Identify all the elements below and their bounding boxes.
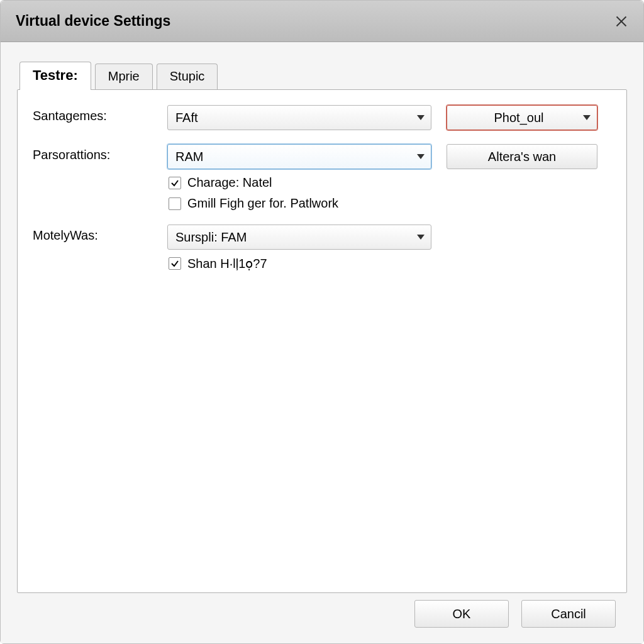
- combo-value: FAft: [175, 111, 198, 125]
- ok-button[interactable]: OK: [414, 600, 509, 628]
- tabstrip: Testre: Mprie Stupic: [19, 61, 627, 89]
- row-parsorattions: Parsorattions: RAM Charage: Natel Gmill …: [33, 144, 611, 211]
- combo-value: RAM: [175, 150, 203, 164]
- button-label: OK: [453, 607, 471, 621]
- dialog-window: Virtual device Settings Testre: Mprie St…: [0, 0, 644, 644]
- check-label: Shan H·lļ1ọ?7: [187, 256, 267, 271]
- parsorattions-combo[interactable]: RAM: [167, 144, 431, 169]
- alteras-button[interactable]: Altera's wan: [447, 144, 597, 169]
- tab-panel: Santagemes: FAft Phot_oul Parsorattions:…: [17, 89, 627, 593]
- checkbox-icon: [169, 257, 181, 270]
- close-icon: [615, 15, 628, 28]
- tab-label: Mprie: [108, 69, 140, 83]
- cancel-button[interactable]: Cancil: [521, 600, 616, 628]
- tab-testre[interactable]: Testre:: [19, 62, 91, 90]
- svg-marker-3: [583, 115, 591, 120]
- check-label: Gmill Figh ger for. Patlwork: [187, 196, 338, 211]
- tab-label: Stupic: [170, 69, 205, 83]
- check-charage[interactable]: Charage: Natel: [167, 175, 431, 190]
- button-label: Altera's wan: [488, 150, 556, 164]
- tab-mprie[interactable]: Mprie: [95, 64, 153, 90]
- motelywas-label: MotelyWas:: [33, 225, 152, 243]
- svg-marker-2: [417, 115, 425, 120]
- motelywas-combo[interactable]: Surspli: FAM: [167, 225, 431, 250]
- tab-stupic[interactable]: Stupic: [157, 64, 218, 90]
- santagemes-combo[interactable]: FAft: [167, 105, 431, 130]
- chevron-down-icon: [583, 115, 591, 120]
- chevron-down-icon: [417, 115, 425, 120]
- check-label: Charage: Natel: [187, 175, 272, 190]
- photoul-combo[interactable]: Phot_oul: [447, 105, 597, 130]
- close-button[interactable]: [612, 12, 631, 31]
- client-area: Testre: Mprie Stupic Santagemes: FAft Ph…: [1, 42, 643, 643]
- combo-value: Phot_oul: [455, 111, 583, 125]
- combo-value: Surspli: FAM: [175, 230, 247, 245]
- parsorattions-label: Parsorattions:: [33, 144, 152, 162]
- tab-label: Testre:: [33, 67, 78, 83]
- window-title: Virtual device Settings: [16, 13, 170, 30]
- chevron-down-icon: [417, 154, 425, 159]
- svg-marker-5: [417, 235, 425, 240]
- title-bar: Virtual device Settings: [1, 1, 643, 42]
- row-motelywas: MotelyWas: Surspli: FAM Shan H·lļ1ọ?7: [33, 225, 611, 271]
- check-gmill[interactable]: Gmill Figh ger for. Patlwork: [167, 196, 431, 211]
- chevron-down-icon: [417, 235, 425, 240]
- checkbox-icon: [169, 177, 181, 189]
- button-label: Cancil: [551, 607, 586, 621]
- checkbox-icon: [169, 197, 181, 210]
- svg-marker-4: [417, 154, 425, 159]
- check-shan[interactable]: Shan H·lļ1ọ?7: [167, 256, 431, 271]
- dialog-footer: OK Cancil: [17, 593, 627, 635]
- row-santagemes: Santagemes: FAft Phot_oul: [33, 105, 611, 130]
- santagemes-label: Santagemes:: [33, 105, 152, 123]
